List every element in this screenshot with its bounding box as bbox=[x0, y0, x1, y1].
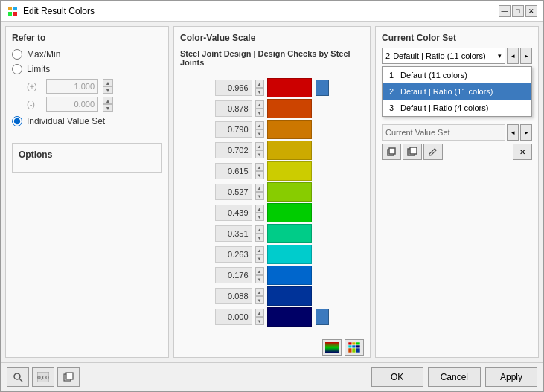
dropdown-item-2[interactable]: 2 Default | Ratio (11 colors) bbox=[383, 83, 531, 100]
window-title: Edit Result Colors bbox=[23, 6, 95, 16]
copy-icon-btn-2[interactable] bbox=[403, 144, 422, 160]
minimize-button[interactable]: — bbox=[499, 5, 511, 17]
center-bottom-icons bbox=[180, 336, 364, 356]
maxmin-option[interactable]: Max/Min bbox=[12, 49, 162, 60]
delete-icon-btn[interactable]: ✕ bbox=[513, 144, 532, 160]
table-icon-btn[interactable] bbox=[345, 339, 364, 356]
apply-button[interactable]: Apply bbox=[485, 367, 537, 387]
prev-color-set-button[interactable]: ◂ bbox=[507, 48, 519, 64]
scale-spin-down[interactable]: ▼ bbox=[255, 296, 264, 304]
individual-option[interactable]: Individual Value Set bbox=[12, 116, 162, 126]
scale-color-block[interactable] bbox=[267, 245, 312, 264]
scale-color-block[interactable] bbox=[267, 120, 312, 139]
scale-spin-down[interactable]: ▼ bbox=[255, 129, 264, 138]
minus-spin-down[interactable]: ▼ bbox=[103, 104, 113, 112]
dropdown-item-3[interactable]: 3 Default | Ratio (4 colors) bbox=[383, 100, 531, 116]
next-value-set-button[interactable]: ▸ bbox=[520, 124, 532, 141]
title-bar-controls: — □ ✕ bbox=[499, 5, 537, 17]
svg-text:0,00: 0,00 bbox=[37, 374, 49, 381]
limits-radio[interactable] bbox=[12, 64, 22, 74]
scale-spin: ▲ ▼ bbox=[255, 267, 264, 283]
scale-spin-up[interactable]: ▲ bbox=[255, 100, 264, 109]
close-window-button[interactable]: ✕ bbox=[525, 5, 537, 17]
scale-spin-down[interactable]: ▼ bbox=[255, 150, 264, 158]
scale-spin-up[interactable]: ▲ bbox=[255, 246, 264, 254]
scale-row: 0.966 ▲ ▼ bbox=[180, 77, 364, 98]
scale-spin-up[interactable]: ▲ bbox=[255, 205, 264, 213]
scale-spin-down[interactable]: ▼ bbox=[255, 109, 264, 117]
scale-spin-up[interactable]: ▲ bbox=[255, 267, 264, 275]
scale-row: 0.263 ▲ ▼ bbox=[180, 244, 364, 265]
value-set-section: Current Value Set ◂ ▸ bbox=[382, 121, 532, 160]
svg-rect-9 bbox=[352, 345, 356, 348]
scale-spin-down[interactable]: ▼ bbox=[255, 254, 264, 263]
scale-color-block[interactable] bbox=[267, 78, 312, 97]
edit-icon-btn[interactable] bbox=[423, 144, 443, 160]
scale-value: 0.702 bbox=[215, 142, 252, 158]
plus-spin-up[interactable]: ▲ bbox=[103, 79, 113, 86]
scale-color-block[interactable] bbox=[267, 286, 312, 306]
color-set-row-container: 2 Default | Ratio (11 colors) ▾ ◂ ▸ 1 De… bbox=[382, 48, 532, 117]
minus-limit-row: (-) ▲ ▼ bbox=[27, 97, 162, 112]
copy-icon-btn-1[interactable] bbox=[382, 144, 401, 160]
scale-spin-up[interactable]: ▲ bbox=[255, 225, 264, 234]
search-icon-btn[interactable] bbox=[7, 367, 29, 387]
scale-spin: ▲ ▼ bbox=[255, 142, 264, 158]
scale-row: 0.351 ▲ ▼ bbox=[180, 223, 364, 244]
color-set-dropdown[interactable]: 2 Default | Ratio (11 colors) ▾ bbox=[382, 48, 505, 64]
scale-spin: ▲ ▼ bbox=[255, 121, 264, 138]
maxmin-radio[interactable] bbox=[12, 49, 22, 60]
dropdown-item-1[interactable]: 1 Default (11 colors) bbox=[383, 67, 531, 83]
cancel-button[interactable]: Cancel bbox=[428, 367, 481, 387]
scale-color-block[interactable] bbox=[267, 141, 312, 160]
svg-rect-6 bbox=[352, 342, 356, 345]
scale-spin-up[interactable]: ▲ bbox=[255, 288, 264, 296]
minus-spin-up[interactable]: ▲ bbox=[103, 97, 113, 104]
scale-value: 0.527 bbox=[215, 184, 252, 200]
scale-spin-up[interactable]: ▲ bbox=[255, 309, 264, 317]
plus-input[interactable] bbox=[46, 79, 98, 94]
scale-spin-up[interactable]: ▲ bbox=[255, 80, 264, 88]
scale-spin-down[interactable]: ▼ bbox=[255, 234, 264, 242]
scale-color-block[interactable] bbox=[267, 182, 312, 202]
scale-value: 0.615 bbox=[215, 163, 252, 179]
scale-spin-up[interactable]: ▲ bbox=[255, 184, 264, 192]
scale-color-block[interactable] bbox=[267, 203, 312, 222]
scale-spin-up[interactable]: ▲ bbox=[255, 121, 264, 129]
minus-input[interactable] bbox=[46, 97, 98, 112]
scale-spin-down[interactable]: ▼ bbox=[255, 275, 264, 283]
scale-spin-down[interactable]: ▼ bbox=[255, 88, 264, 96]
dropdown-list: 1 Default (11 colors) 2 Default | Ratio … bbox=[382, 66, 532, 117]
scale-slider-handle[interactable] bbox=[316, 80, 329, 96]
scale-spin-up[interactable]: ▲ bbox=[255, 163, 264, 171]
table-small-icon-btn[interactable]: 0,00 bbox=[32, 367, 54, 387]
gradient-icon-btn[interactable] bbox=[322, 339, 342, 356]
scale-spin-down[interactable]: ▼ bbox=[255, 317, 264, 325]
plus-limit-row: (+) ▲ ▼ bbox=[27, 79, 162, 94]
ok-button[interactable]: OK bbox=[371, 367, 423, 387]
scale-spin: ▲ ▼ bbox=[255, 225, 264, 242]
scale-subtitle: Steel Joint Design | Design Checks by St… bbox=[180, 49, 364, 67]
scale-color-block[interactable] bbox=[267, 224, 312, 243]
prev-value-set-button[interactable]: ◂ bbox=[507, 124, 519, 141]
individual-radio[interactable] bbox=[12, 116, 22, 126]
scale-spin-down[interactable]: ▼ bbox=[255, 171, 264, 179]
scale-color-block[interactable] bbox=[267, 266, 312, 285]
scale-color-block[interactable] bbox=[267, 99, 312, 118]
scale-color-block[interactable] bbox=[267, 307, 312, 327]
value-set-row: Current Value Set ◂ ▸ bbox=[382, 124, 532, 141]
maximize-button[interactable]: □ bbox=[512, 5, 524, 17]
plus-spin-down[interactable]: ▼ bbox=[103, 86, 113, 94]
scale-spin: ▲ ▼ bbox=[255, 246, 264, 263]
scale-value: 0.439 bbox=[215, 205, 252, 221]
next-color-set-button[interactable]: ▸ bbox=[520, 48, 532, 64]
scale-color-block[interactable] bbox=[267, 161, 312, 181]
value-set-dropdown[interactable]: Current Value Set bbox=[382, 124, 505, 141]
center-panel: Color-Value Scale Steel Joint Design | D… bbox=[173, 26, 371, 358]
copy-small-icon-btn[interactable] bbox=[57, 367, 80, 387]
scale-spin-down[interactable]: ▼ bbox=[255, 213, 264, 221]
scale-spin-down[interactable]: ▼ bbox=[255, 192, 264, 200]
scale-slider-handle[interactable] bbox=[316, 309, 329, 325]
scale-spin-up[interactable]: ▲ bbox=[255, 142, 264, 150]
limits-option[interactable]: Limits bbox=[12, 64, 162, 74]
